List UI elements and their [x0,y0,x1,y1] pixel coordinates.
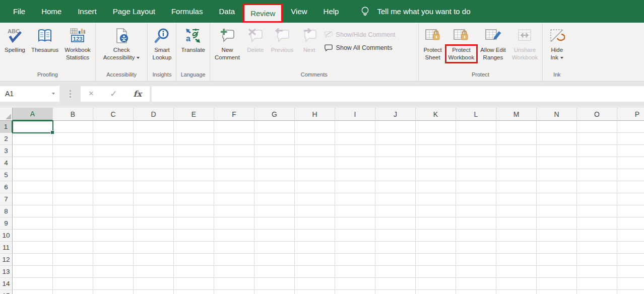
cell-N9[interactable] [537,217,577,230]
cell-I6[interactable] [335,181,375,193]
cell-K4[interactable] [416,157,456,169]
cell-F11[interactable] [214,242,254,254]
cell-P12[interactable] [617,254,644,266]
cell-D3[interactable] [134,145,174,157]
cell-E14[interactable] [174,278,214,290]
column-header-B[interactable]: B [53,108,93,121]
row-header-7[interactable]: 7 [0,193,13,205]
cell-H9[interactable] [295,217,335,230]
cell-K9[interactable] [416,217,456,230]
cell-H7[interactable] [295,193,335,205]
cell-C1[interactable] [93,121,134,133]
show-hide-comment-button[interactable]: Show/Hide Comment [324,31,412,38]
cell-H12[interactable] [295,254,335,266]
cell-F4[interactable] [214,157,254,169]
cell-M15[interactable] [496,290,537,294]
cell-F7[interactable] [214,193,254,205]
cell-E1[interactable] [174,121,214,133]
cell-A14[interactable] [13,278,53,290]
cell-M13[interactable] [496,266,537,278]
cell-I3[interactable] [335,145,375,157]
row-header-3[interactable]: 3 [0,145,13,157]
cell-L14[interactable] [456,278,496,290]
row-header-10[interactable]: 10 [0,230,13,242]
cell-F6[interactable] [214,181,254,193]
row-header-9[interactable]: 9 [0,217,13,230]
cell-L5[interactable] [456,169,496,181]
cell-N8[interactable] [537,205,577,217]
cell-G3[interactable] [254,145,295,157]
cell-F2[interactable] [214,133,254,145]
row-header-6[interactable]: 6 [0,181,13,193]
row-header-1[interactable]: 1 [0,121,13,133]
cell-A12[interactable] [13,254,53,266]
cell-J11[interactable] [375,242,416,254]
cell-J6[interactable] [375,181,416,193]
hide-ink-button[interactable]: Hide Ink [544,25,569,71]
cell-P5[interactable] [617,169,644,181]
cell-L4[interactable] [456,157,496,169]
row-header-14[interactable]: 14 [0,278,13,290]
cell-M7[interactable] [496,193,537,205]
row-header-5[interactable]: 5 [0,169,13,181]
cell-E10[interactable] [174,230,214,242]
cell-P1[interactable] [617,121,644,133]
cell-O7[interactable] [577,193,617,205]
column-header-P[interactable]: P [617,108,644,121]
cell-D8[interactable] [134,205,174,217]
cell-C13[interactable] [93,266,134,278]
cell-G15[interactable] [254,290,295,294]
cell-G6[interactable] [254,181,295,193]
cell-N7[interactable] [537,193,577,205]
cell-G1[interactable] [254,121,295,133]
cell-B10[interactable] [53,230,93,242]
cell-H15[interactable] [295,290,335,294]
cell-K14[interactable] [416,278,456,290]
cell-G7[interactable] [254,193,295,205]
cell-C4[interactable] [93,157,134,169]
cell-D14[interactable] [134,278,174,290]
cell-L7[interactable] [456,193,496,205]
column-header-K[interactable]: K [416,108,456,121]
tab-file[interactable]: File [5,0,33,23]
cell-I5[interactable] [335,169,375,181]
cell-G12[interactable] [254,254,295,266]
formula-input[interactable] [152,86,644,102]
cell-M2[interactable] [496,133,537,145]
tab-view[interactable]: View [283,0,315,23]
cell-D2[interactable] [134,133,174,145]
cell-B4[interactable] [53,157,93,169]
cell-D4[interactable] [134,157,174,169]
cell-O5[interactable] [577,169,617,181]
cell-I2[interactable] [335,133,375,145]
cell-F8[interactable] [214,205,254,217]
cell-A15[interactable] [13,290,53,294]
cell-D12[interactable] [134,254,174,266]
cell-B14[interactable] [53,278,93,290]
column-header-A[interactable]: A [13,108,53,121]
cell-J14[interactable] [375,278,416,290]
cell-K2[interactable] [416,133,456,145]
cell-F1[interactable] [214,121,254,133]
cell-B7[interactable] [53,193,93,205]
cell-K6[interactable] [416,181,456,193]
name-box[interactable]: A1 [0,86,59,102]
tell-me-box[interactable]: Tell me what you want to do [360,6,470,18]
tab-page-layout[interactable]: Page Layout [105,0,163,23]
cell-H4[interactable] [295,157,335,169]
cell-N13[interactable] [537,266,577,278]
cell-I4[interactable] [335,157,375,169]
cell-L10[interactable] [456,230,496,242]
tab-data[interactable]: Data [211,0,243,23]
cell-B2[interactable] [53,133,93,145]
cell-J4[interactable] [375,157,416,169]
cell-O6[interactable] [577,181,617,193]
cell-K1[interactable] [416,121,456,133]
previous-comment-button[interactable]: Previous [268,25,297,71]
cell-L1[interactable] [456,121,496,133]
cell-K7[interactable] [416,193,456,205]
cell-F9[interactable] [214,217,254,230]
cell-L9[interactable] [456,217,496,230]
cell-M1[interactable] [496,121,537,133]
cell-F13[interactable] [214,266,254,278]
